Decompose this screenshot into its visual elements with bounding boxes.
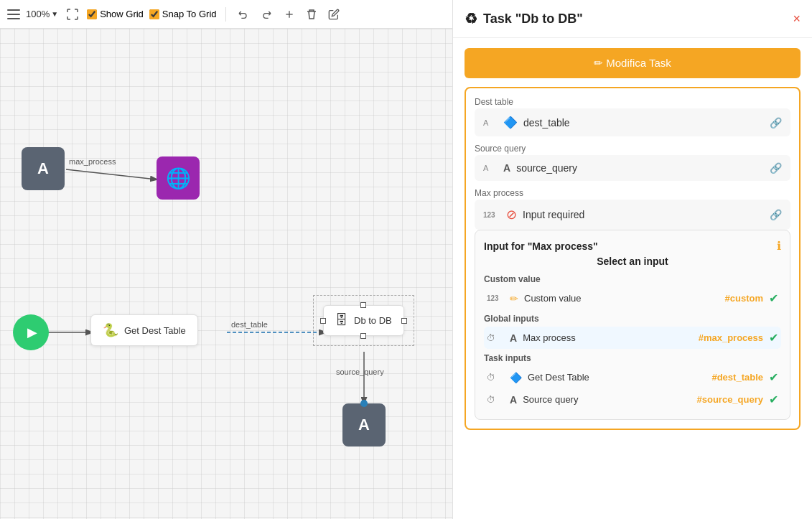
- custom-value-name: Custom value: [524, 293, 719, 304]
- source-query-prefix: A: [483, 164, 498, 172]
- source-query-field: Source query A A source_query 🔗: [475, 144, 790, 181]
- node-get-dest-table-body: 🐍 Get Dest Table: [90, 314, 198, 346]
- task-dest-db-icon: 🔷: [510, 372, 522, 383]
- edge-label-source-query: source_query: [336, 368, 384, 376]
- fullscreen-button[interactable]: [64, 7, 81, 22]
- node-get-dest-table[interactable]: 🐍 Get Dest Table: [90, 314, 198, 346]
- dest-table-field: Dest table A 🔷 dest_table 🔗: [475, 97, 790, 136]
- show-grid-checkbox[interactable]: Show Grid: [87, 9, 144, 19]
- handle-right[interactable]: [401, 318, 407, 324]
- task-dest-table-option[interactable]: ⏱ 🔷 Get Dest Table #dest_table ✔: [484, 366, 781, 388]
- edit-button[interactable]: [325, 7, 342, 22]
- max-process-label: Max process: [475, 188, 790, 198]
- dest-table-label: Dest table: [475, 97, 790, 107]
- dest-table-link-icon[interactable]: 🔗: [770, 117, 782, 128]
- show-grid-label: Show Grid: [100, 9, 144, 19]
- task-source-a-icon: A: [510, 394, 517, 406]
- handle-left[interactable]: [320, 318, 326, 324]
- global-max-process-name: Max process: [523, 332, 693, 343]
- panel-title-icon: ♻: [465, 10, 477, 27]
- global-inputs-section-label: Global inputs: [484, 314, 781, 324]
- node-start[interactable]: ▶: [13, 314, 49, 350]
- panel-title-text: Task "Db to DB": [483, 11, 583, 27]
- node-start-body: ▶: [13, 314, 49, 350]
- zoom-control[interactable]: 100% ▼: [26, 9, 58, 19]
- connection-dot[interactable]: [360, 400, 368, 407]
- custom-prefix: 123: [487, 294, 504, 302]
- select-input-title: Input for "Max process": [484, 240, 598, 252]
- max-process-link-icon[interactable]: 🔗: [770, 209, 782, 220]
- select-input-header: Input for "Max process" ℹ: [484, 239, 781, 253]
- task-dest-table-tag: #dest_table: [711, 372, 763, 383]
- node-a2-body: A: [342, 403, 386, 446]
- zoom-value: 100%: [26, 9, 50, 19]
- zoom-dropdown-icon: ▼: [51, 10, 58, 18]
- source-query-name: source_query: [516, 162, 764, 174]
- task-source-check-icon: ✔: [769, 393, 778, 406]
- max-process-row[interactable]: 123 ⊘ Input required 🔗: [475, 200, 790, 230]
- add-button[interactable]: [281, 7, 298, 22]
- task-dest-table-name: Get Dest Table: [528, 372, 706, 383]
- node-a2[interactable]: A: [342, 403, 386, 446]
- global-max-process-option[interactable]: ⏱ A Max process #max_process ✔: [484, 327, 781, 349]
- node-globe[interactable]: 🌐: [157, 156, 200, 200]
- toolbar: 100% ▼ Show Grid Snap To Grid: [0, 0, 452, 29]
- close-button[interactable]: ×: [793, 12, 801, 25]
- source-query-icon: A: [503, 162, 510, 174]
- snap-to-grid-label: Snap To Grid: [162, 9, 217, 19]
- source-query-link-icon[interactable]: 🔗: [770, 162, 782, 174]
- panel-header: ♻ Task "Db to DB" ×: [453, 0, 812, 38]
- snap-to-grid-checkbox[interactable]: Snap To Grid: [149, 9, 217, 19]
- global-a-icon: A: [510, 332, 517, 344]
- task-source-query-tag: #source_query: [697, 394, 764, 405]
- menu-icon[interactable]: [7, 9, 20, 19]
- info-icon: ℹ: [777, 239, 781, 253]
- svg-line-6: [66, 169, 157, 179]
- custom-edit-icon: ✏: [510, 293, 518, 304]
- custom-value-tag: #custom: [725, 293, 763, 304]
- input-required-text: Input required: [523, 209, 764, 220]
- task-source-query-option[interactable]: ⏱ A Source query #source_query ✔: [484, 388, 781, 411]
- global-check-icon: ✔: [769, 331, 778, 345]
- right-panel: ♻ Task "Db to DB" × ✏ Modifica Task Dest…: [452, 0, 812, 519]
- task-dest-clock-icon: ⏱: [487, 373, 504, 383]
- dest-table-name: dest_table: [523, 117, 764, 128]
- max-process-field: Max process 123 ⊘ Input required 🔗 Input…: [475, 188, 790, 420]
- undo-button[interactable]: [235, 7, 252, 22]
- node-db-to-db-body: 🗄 Db to DB: [323, 305, 404, 336]
- svg-rect-0: [7, 9, 20, 11]
- custom-value-section-label: Custom value: [484, 274, 781, 284]
- node-db-to-db[interactable]: 🗄 Db to DB: [323, 305, 404, 336]
- custom-value-option[interactable]: 123 ✏ Custom value #custom ✔: [484, 287, 781, 309]
- task-source-clock-icon: ⏱: [487, 395, 504, 405]
- node-a1-body: A: [22, 147, 65, 190]
- global-max-process-tag: #max_process: [699, 332, 763, 343]
- dest-table-icon: 🔷: [503, 116, 518, 129]
- edge-label-dest-table: dest_table: [231, 320, 268, 329]
- redo-button[interactable]: [258, 7, 275, 22]
- input-required-icon: ⊘: [506, 207, 517, 223]
- fields-section: Dest table A 🔷 dest_table 🔗 Source query…: [465, 87, 801, 430]
- source-query-row[interactable]: A A source_query 🔗: [475, 155, 790, 181]
- node-globe-body: 🌐: [157, 156, 200, 200]
- panel-body: ✏ Modifica Task Dest table A 🔷 dest_tabl…: [453, 38, 812, 519]
- node-a1[interactable]: A: [22, 147, 65, 190]
- canvas[interactable]: max_process dest_table source_query A 🌐 …: [0, 29, 452, 519]
- select-input-box: Input for "Max process" ℹ Select an inpu…: [475, 230, 790, 420]
- handle-bottom[interactable]: [360, 333, 366, 339]
- source-query-label: Source query: [475, 144, 790, 154]
- global-clock-icon: ⏱: [487, 333, 504, 343]
- canvas-container: 100% ▼ Show Grid Snap To Grid: [0, 0, 452, 519]
- custom-check-icon: ✔: [769, 291, 778, 305]
- delete-button[interactable]: [304, 7, 319, 22]
- edge-label-max-process: max_process: [69, 157, 116, 166]
- dest-table-row[interactable]: A 🔷 dest_table 🔗: [475, 108, 790, 136]
- snap-to-grid-input[interactable]: [149, 9, 159, 19]
- show-grid-input[interactable]: [87, 9, 97, 19]
- modify-task-button[interactable]: ✏ Modifica Task: [465, 48, 801, 78]
- svg-rect-1: [7, 14, 20, 15]
- task-inputs-section-label: Task inputs: [484, 353, 781, 363]
- svg-rect-2: [7, 18, 20, 19]
- handle-top[interactable]: [360, 302, 366, 308]
- panel-title: ♻ Task "Db to DB": [465, 10, 583, 27]
